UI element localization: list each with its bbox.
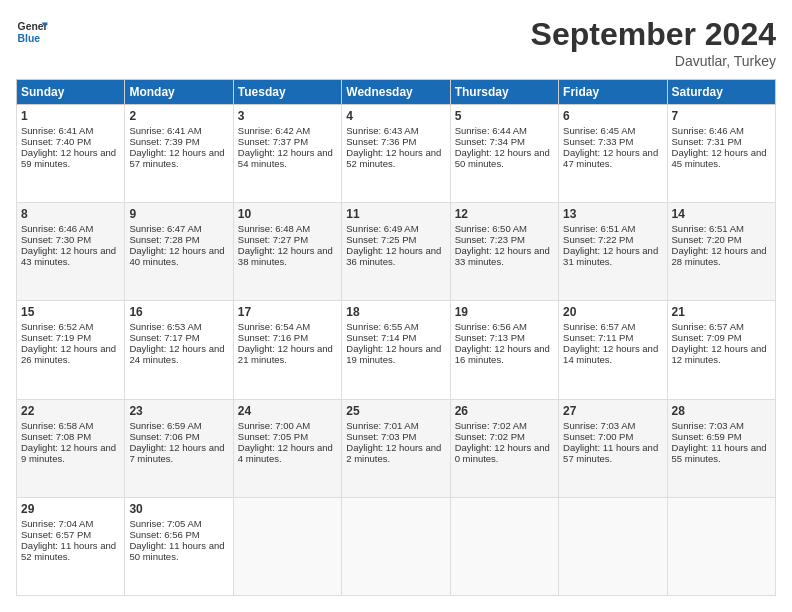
sunrise-text: Sunrise: 6:41 AM: [21, 125, 93, 136]
daylight-text: Daylight: 12 hours and 9 minutes.: [21, 442, 116, 464]
calendar-cell: 14 Sunrise: 6:51 AM Sunset: 7:20 PM Dayl…: [667, 203, 775, 301]
calendar-cell: 13 Sunrise: 6:51 AM Sunset: 7:22 PM Dayl…: [559, 203, 667, 301]
daylight-text: Daylight: 12 hours and 50 minutes.: [455, 147, 550, 169]
month-title: September 2024: [531, 16, 776, 53]
daylight-text: Daylight: 12 hours and 14 minutes.: [563, 343, 658, 365]
sunset-text: Sunset: 7:23 PM: [455, 234, 525, 245]
calendar-cell: [667, 497, 775, 595]
calendar-cell: 17 Sunrise: 6:54 AM Sunset: 7:16 PM Dayl…: [233, 301, 341, 399]
day-number: 16: [129, 305, 228, 319]
sunset-text: Sunset: 7:27 PM: [238, 234, 308, 245]
sunset-text: Sunset: 7:14 PM: [346, 332, 416, 343]
daylight-text: Daylight: 12 hours and 12 minutes.: [672, 343, 767, 365]
sunrise-text: Sunrise: 6:57 AM: [563, 321, 635, 332]
col-friday: Friday: [559, 80, 667, 105]
sunset-text: Sunset: 7:28 PM: [129, 234, 199, 245]
daylight-text: Daylight: 12 hours and 54 minutes.: [238, 147, 333, 169]
day-number: 26: [455, 404, 554, 418]
day-number: 20: [563, 305, 662, 319]
daylight-text: Daylight: 12 hours and 31 minutes.: [563, 245, 658, 267]
day-number: 27: [563, 404, 662, 418]
calendar-cell: 30 Sunrise: 7:05 AM Sunset: 6:56 PM Dayl…: [125, 497, 233, 595]
daylight-text: Daylight: 12 hours and 4 minutes.: [238, 442, 333, 464]
daylight-text: Daylight: 12 hours and 59 minutes.: [21, 147, 116, 169]
daylight-text: Daylight: 11 hours and 55 minutes.: [672, 442, 767, 464]
sunset-text: Sunset: 7:20 PM: [672, 234, 742, 245]
daylight-text: Daylight: 11 hours and 52 minutes.: [21, 540, 116, 562]
sunrise-text: Sunrise: 6:46 AM: [672, 125, 744, 136]
day-number: 7: [672, 109, 771, 123]
sunrise-text: Sunrise: 6:44 AM: [455, 125, 527, 136]
sunset-text: Sunset: 7:16 PM: [238, 332, 308, 343]
sunrise-text: Sunrise: 6:49 AM: [346, 223, 418, 234]
title-area: September 2024 Davutlar, Turkey: [531, 16, 776, 69]
calendar-cell: 20 Sunrise: 6:57 AM Sunset: 7:11 PM Dayl…: [559, 301, 667, 399]
sunrise-text: Sunrise: 6:45 AM: [563, 125, 635, 136]
sunrise-text: Sunrise: 6:51 AM: [563, 223, 635, 234]
sunset-text: Sunset: 7:08 PM: [21, 431, 91, 442]
sunrise-text: Sunrise: 6:42 AM: [238, 125, 310, 136]
table-row: 15 Sunrise: 6:52 AM Sunset: 7:19 PM Dayl…: [17, 301, 776, 399]
calendar-cell: 24 Sunrise: 7:00 AM Sunset: 7:05 PM Dayl…: [233, 399, 341, 497]
calendar-cell: 22 Sunrise: 6:58 AM Sunset: 7:08 PM Dayl…: [17, 399, 125, 497]
day-number: 11: [346, 207, 445, 221]
sunrise-text: Sunrise: 6:48 AM: [238, 223, 310, 234]
sunset-text: Sunset: 7:25 PM: [346, 234, 416, 245]
calendar-cell: 23 Sunrise: 6:59 AM Sunset: 7:06 PM Dayl…: [125, 399, 233, 497]
sunset-text: Sunset: 7:36 PM: [346, 136, 416, 147]
svg-text:Blue: Blue: [18, 33, 41, 44]
sunset-text: Sunset: 7:22 PM: [563, 234, 633, 245]
sunset-text: Sunset: 6:57 PM: [21, 529, 91, 540]
daylight-text: Daylight: 12 hours and 16 minutes.: [455, 343, 550, 365]
calendar-cell: 15 Sunrise: 6:52 AM Sunset: 7:19 PM Dayl…: [17, 301, 125, 399]
day-number: 6: [563, 109, 662, 123]
sunrise-text: Sunrise: 6:43 AM: [346, 125, 418, 136]
sunset-text: Sunset: 7:02 PM: [455, 431, 525, 442]
daylight-text: Daylight: 12 hours and 38 minutes.: [238, 245, 333, 267]
day-number: 24: [238, 404, 337, 418]
calendar-header: General Blue September 2024 Davutlar, Tu…: [16, 16, 776, 69]
sunrise-text: Sunrise: 6:54 AM: [238, 321, 310, 332]
sunrise-text: Sunrise: 6:46 AM: [21, 223, 93, 234]
calendar-cell: 1 Sunrise: 6:41 AM Sunset: 7:40 PM Dayli…: [17, 105, 125, 203]
calendar-cell: 4 Sunrise: 6:43 AM Sunset: 7:36 PM Dayli…: [342, 105, 450, 203]
col-monday: Monday: [125, 80, 233, 105]
calendar-cell: 8 Sunrise: 6:46 AM Sunset: 7:30 PM Dayli…: [17, 203, 125, 301]
daylight-text: Daylight: 12 hours and 40 minutes.: [129, 245, 224, 267]
calendar-cell: 26 Sunrise: 7:02 AM Sunset: 7:02 PM Dayl…: [450, 399, 558, 497]
sunset-text: Sunset: 6:56 PM: [129, 529, 199, 540]
daylight-text: Daylight: 12 hours and 7 minutes.: [129, 442, 224, 464]
header-row: Sunday Monday Tuesday Wednesday Thursday…: [17, 80, 776, 105]
sunset-text: Sunset: 7:39 PM: [129, 136, 199, 147]
calendar-cell: 18 Sunrise: 6:55 AM Sunset: 7:14 PM Dayl…: [342, 301, 450, 399]
daylight-text: Daylight: 12 hours and 2 minutes.: [346, 442, 441, 464]
sunrise-text: Sunrise: 6:50 AM: [455, 223, 527, 234]
sunrise-text: Sunrise: 7:03 AM: [563, 420, 635, 431]
sunrise-text: Sunrise: 6:52 AM: [21, 321, 93, 332]
col-sunday: Sunday: [17, 80, 125, 105]
day-number: 4: [346, 109, 445, 123]
daylight-text: Daylight: 12 hours and 45 minutes.: [672, 147, 767, 169]
sunrise-text: Sunrise: 6:55 AM: [346, 321, 418, 332]
calendar-cell: [233, 497, 341, 595]
col-tuesday: Tuesday: [233, 80, 341, 105]
sunrise-text: Sunrise: 6:47 AM: [129, 223, 201, 234]
daylight-text: Daylight: 12 hours and 47 minutes.: [563, 147, 658, 169]
calendar-cell: 11 Sunrise: 6:49 AM Sunset: 7:25 PM Dayl…: [342, 203, 450, 301]
calendar-cell: 19 Sunrise: 6:56 AM Sunset: 7:13 PM Dayl…: [450, 301, 558, 399]
day-number: 23: [129, 404, 228, 418]
sunrise-text: Sunrise: 6:56 AM: [455, 321, 527, 332]
day-number: 17: [238, 305, 337, 319]
calendar-cell: 7 Sunrise: 6:46 AM Sunset: 7:31 PM Dayli…: [667, 105, 775, 203]
day-number: 25: [346, 404, 445, 418]
location: Davutlar, Turkey: [531, 53, 776, 69]
calendar-cell: 5 Sunrise: 6:44 AM Sunset: 7:34 PM Dayli…: [450, 105, 558, 203]
calendar-cell: 10 Sunrise: 6:48 AM Sunset: 7:27 PM Dayl…: [233, 203, 341, 301]
sunset-text: Sunset: 7:34 PM: [455, 136, 525, 147]
sunrise-text: Sunrise: 6:53 AM: [129, 321, 201, 332]
day-number: 30: [129, 502, 228, 516]
sunset-text: Sunset: 7:06 PM: [129, 431, 199, 442]
calendar-cell: [559, 497, 667, 595]
day-number: 28: [672, 404, 771, 418]
day-number: 9: [129, 207, 228, 221]
